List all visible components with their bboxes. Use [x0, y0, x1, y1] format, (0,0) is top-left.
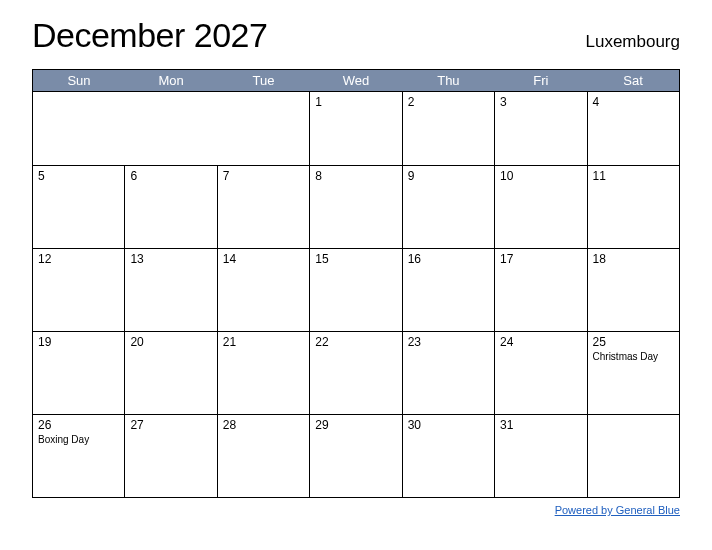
day-number: 31	[500, 418, 581, 432]
calendar-day-cell: 10	[495, 166, 587, 249]
day-number: 26	[38, 418, 119, 432]
calendar-day-cell: 28	[217, 415, 309, 498]
calendar-day-cell: 6	[125, 166, 217, 249]
calendar-day-cell: 1	[310, 92, 402, 166]
calendar-day-cell: 26Boxing Day	[33, 415, 125, 498]
day-number: 25	[593, 335, 674, 349]
calendar-header: December 2027 Luxembourg	[32, 16, 680, 55]
calendar-week-row: 567891011	[33, 166, 680, 249]
calendar-week-row: 19202122232425Christmas Day	[33, 332, 680, 415]
day-number: 22	[315, 335, 396, 349]
calendar-day-cell	[125, 92, 217, 166]
day-number: 14	[223, 252, 304, 266]
calendar-week-row: 12131415161718	[33, 249, 680, 332]
calendar-day-cell: 14	[217, 249, 309, 332]
day-number: 19	[38, 335, 119, 349]
calendar-day-cell: 2	[402, 92, 494, 166]
calendar-day-cell: 20	[125, 332, 217, 415]
calendar-day-cell	[587, 415, 679, 498]
calendar-day-cell: 21	[217, 332, 309, 415]
day-number: 28	[223, 418, 304, 432]
day-number: 23	[408, 335, 489, 349]
calendar-day-cell: 27	[125, 415, 217, 498]
weekday-thu: Thu	[402, 70, 494, 92]
day-number: 15	[315, 252, 396, 266]
powered-by-link[interactable]: Powered by General Blue	[555, 504, 680, 516]
weekday-tue: Tue	[217, 70, 309, 92]
day-number: 6	[130, 169, 211, 183]
day-number: 20	[130, 335, 211, 349]
calendar-day-cell: 12	[33, 249, 125, 332]
calendar-day-cell	[217, 92, 309, 166]
weekday-header-row: Sun Mon Tue Wed Thu Fri Sat	[33, 70, 680, 92]
calendar-day-cell: 8	[310, 166, 402, 249]
day-number: 21	[223, 335, 304, 349]
day-number: 12	[38, 252, 119, 266]
calendar-day-cell: 5	[33, 166, 125, 249]
weekday-mon: Mon	[125, 70, 217, 92]
day-number: 16	[408, 252, 489, 266]
calendar-day-cell: 30	[402, 415, 494, 498]
calendar-day-cell: 22	[310, 332, 402, 415]
calendar-day-cell: 19	[33, 332, 125, 415]
calendar-day-cell: 24	[495, 332, 587, 415]
day-number: 17	[500, 252, 581, 266]
day-number: 30	[408, 418, 489, 432]
day-number: 27	[130, 418, 211, 432]
day-number: 3	[500, 95, 581, 109]
day-number: 9	[408, 169, 489, 183]
day-number: 13	[130, 252, 211, 266]
day-event: Christmas Day	[593, 351, 674, 362]
day-number: 24	[500, 335, 581, 349]
calendar-day-cell: 3	[495, 92, 587, 166]
day-number: 2	[408, 95, 489, 109]
weekday-fri: Fri	[495, 70, 587, 92]
country-label: Luxembourg	[585, 32, 680, 52]
calendar-day-cell: 9	[402, 166, 494, 249]
day-number: 18	[593, 252, 674, 266]
calendar-week-row: 1234	[33, 92, 680, 166]
calendar-day-cell: 25Christmas Day	[587, 332, 679, 415]
calendar-day-cell: 15	[310, 249, 402, 332]
weekday-sun: Sun	[33, 70, 125, 92]
day-number: 8	[315, 169, 396, 183]
day-number: 5	[38, 169, 119, 183]
footer: Powered by General Blue	[32, 504, 680, 516]
day-number: 1	[315, 95, 396, 109]
calendar-day-cell: 31	[495, 415, 587, 498]
month-year-title: December 2027	[32, 16, 267, 55]
day-number: 7	[223, 169, 304, 183]
calendar-grid: Sun Mon Tue Wed Thu Fri Sat 123456789101…	[32, 69, 680, 498]
day-number: 11	[593, 169, 674, 183]
calendar-day-cell: 23	[402, 332, 494, 415]
day-number: 29	[315, 418, 396, 432]
calendar-day-cell: 7	[217, 166, 309, 249]
calendar-day-cell: 16	[402, 249, 494, 332]
day-number: 4	[593, 95, 674, 109]
calendar-week-row: 26Boxing Day2728293031	[33, 415, 680, 498]
calendar-day-cell: 17	[495, 249, 587, 332]
calendar-day-cell: 29	[310, 415, 402, 498]
calendar-day-cell	[33, 92, 125, 166]
day-event: Boxing Day	[38, 434, 119, 445]
day-number: 10	[500, 169, 581, 183]
calendar-day-cell: 4	[587, 92, 679, 166]
weekday-sat: Sat	[587, 70, 679, 92]
calendar-day-cell: 18	[587, 249, 679, 332]
weekday-wed: Wed	[310, 70, 402, 92]
calendar-day-cell: 11	[587, 166, 679, 249]
calendar-day-cell: 13	[125, 249, 217, 332]
